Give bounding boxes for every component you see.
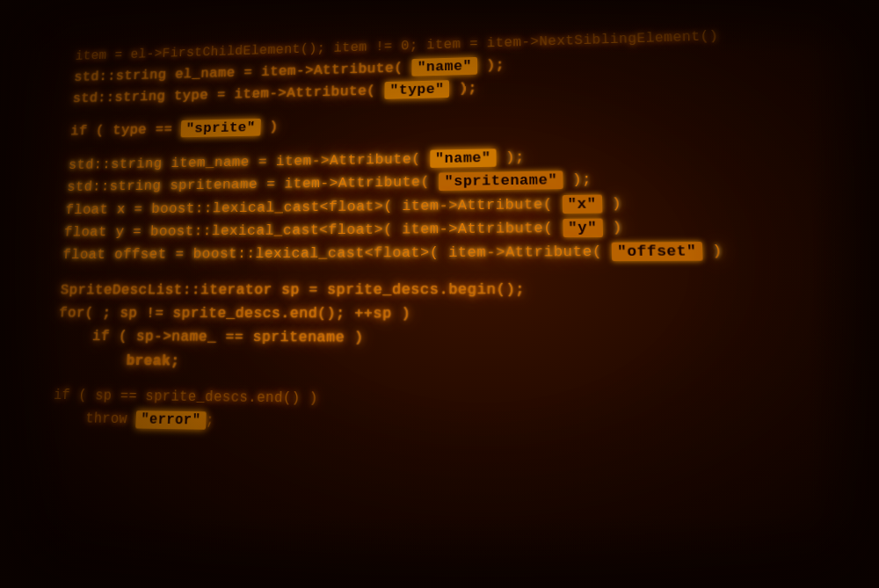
string-literal-offset: "offset" [612, 242, 703, 261]
string-literal: "name" [430, 149, 497, 168]
code-screen: item = el->FirstChildElement(); item != … [0, 0, 879, 588]
string-literal: "name" [412, 57, 477, 76]
edge-blur-bottom [0, 518, 879, 588]
string-literal-y: "y" [563, 218, 603, 237]
code-content: item = el->FirstChildElement(); item != … [52, 21, 879, 444]
string-literal-error: "error" [135, 410, 206, 430]
code-line: for( ; sp != sprite_descs.end(); ++sp ) [58, 302, 879, 328]
code-line: float offset = boost::lexical_cast<float… [62, 239, 879, 267]
code-line: SpriteDescList::iterator sp = sprite_des… [60, 277, 879, 301]
string-literal-x: "x" [562, 194, 602, 213]
string-literal-spritename: "spritename" [440, 171, 563, 192]
string-literal-sprite: "sprite" [181, 119, 261, 137]
string-literal-type: "type" [385, 80, 450, 99]
